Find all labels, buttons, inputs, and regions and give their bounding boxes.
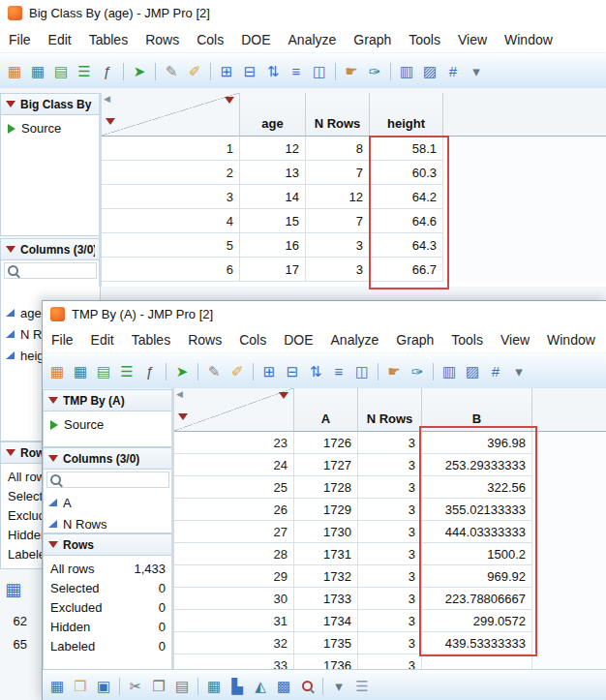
background-row-number[interactable]: 62 <box>4 614 27 628</box>
grabber-tool-icon[interactable]: ☛ <box>383 361 405 382</box>
update-table-icon[interactable]: ⊟ <box>282 361 303 382</box>
fg-menu-window[interactable]: Window <box>538 329 604 350</box>
row-number[interactable]: 4 <box>102 209 240 233</box>
cell-n-rows[interactable]: 3 <box>358 543 422 565</box>
bg-menu-graph[interactable]: Graph <box>345 29 400 50</box>
fg-menu-file[interactable]: File <box>43 329 82 350</box>
fg-menu-tools[interactable]: Tools <box>442 329 492 350</box>
cell-a[interactable]: 1729 <box>294 499 358 521</box>
cell-age[interactable]: 17 <box>240 258 306 282</box>
brush-icon[interactable]: ✐ <box>227 361 248 382</box>
fg-menu-graph[interactable]: Graph <box>387 329 442 350</box>
row-number[interactable]: 28 <box>174 543 294 565</box>
cell-n-rows[interactable]: 3 <box>358 499 422 521</box>
column-header-a[interactable]: A <box>294 388 358 432</box>
cut-icon[interactable]: ✂ <box>125 676 146 697</box>
cell-b[interactable]: 253.29333333 <box>422 454 532 476</box>
cell-n-rows[interactable]: 3 <box>358 632 422 654</box>
open-table-icon[interactable]: ▦ <box>27 61 48 82</box>
cell-height[interactable]: 60.3 <box>370 161 443 185</box>
bg-menu-edit[interactable]: Edit <box>40 29 80 50</box>
graph-builder-icon[interactable]: ▙ <box>227 676 248 697</box>
columns-menu-icon[interactable] <box>279 392 288 399</box>
cell-n-rows[interactable]: 3 <box>306 233 370 258</box>
cell-b[interactable]: 1500.2 <box>422 543 532 565</box>
cell-n-rows[interactable]: 3 <box>358 654 422 669</box>
cell-n-rows[interactable]: 3 <box>358 521 422 543</box>
run-script-icon[interactable]: ➤ <box>171 361 193 382</box>
fg-source-script[interactable]: Source <box>44 411 172 438</box>
cell-b[interactable]: 444.03333333 <box>422 521 532 543</box>
cell-a[interactable]: 1732 <box>294 565 358 588</box>
join-tables-icon[interactable]: ⊞ <box>258 361 280 382</box>
column-header-n-rows[interactable]: N Rows <box>358 388 422 432</box>
summary-icon[interactable]: ☰ <box>74 61 95 82</box>
bg-titlebar[interactable]: Big Class By (age) - JMP Pro [2] <box>0 0 606 26</box>
hash-grid-icon[interactable]: # <box>442 61 464 82</box>
join-tables-icon[interactable]: ⊞ <box>216 61 237 82</box>
red-triangle-icon[interactable] <box>6 449 15 456</box>
cell-height[interactable]: 64.2 <box>370 185 443 209</box>
split-columns-icon[interactable]: ◫ <box>309 61 330 82</box>
new-journal-icon[interactable]: ▦ <box>46 676 68 697</box>
cell-height[interactable]: 66.7 <box>370 258 443 282</box>
save-file-icon[interactable]: ▣ <box>93 676 114 697</box>
cell-age[interactable]: 14 <box>240 185 306 209</box>
cell-a[interactable]: 1731 <box>294 543 358 565</box>
fg-column-item-n-rows[interactable]: N Rows <box>44 513 172 533</box>
bg-menu-file[interactable]: File <box>0 29 40 50</box>
red-triangle-icon[interactable] <box>48 397 58 404</box>
cell-a[interactable]: 1736 <box>294 654 358 669</box>
annotate-icon[interactable]: ✎ <box>161 61 182 82</box>
bg-source-script[interactable]: Source <box>1 115 100 141</box>
cell-age[interactable]: 15 <box>240 209 306 233</box>
row-number[interactable]: 24 <box>174 454 294 476</box>
cell-a[interactable]: 1726 <box>294 432 358 454</box>
cell-n-rows[interactable]: 12 <box>306 185 370 209</box>
row-number[interactable]: 2 <box>102 161 240 185</box>
bg-menu-analyze[interactable]: Analyze <box>280 29 346 50</box>
column-pattern-icon[interactable]: ▨ <box>462 361 483 382</box>
cell-age[interactable]: 16 <box>240 233 306 258</box>
row-number[interactable]: 30 <box>174 588 294 610</box>
annotate-icon[interactable]: ✎ <box>203 361 225 382</box>
bg-menu-cols[interactable]: Cols <box>188 29 232 50</box>
rows-menu-icon[interactable] <box>106 118 115 125</box>
open-table-icon[interactable]: ▦ <box>70 361 91 382</box>
new-data-table-icon[interactable]: ▦ <box>4 61 25 82</box>
save-table-icon[interactable]: ▤ <box>50 61 72 82</box>
new-data-table-icon[interactable]: ▦ <box>46 361 68 382</box>
bg-columns-search[interactable] <box>4 262 97 279</box>
cell-n-rows[interactable]: 8 <box>306 137 370 161</box>
pin-tool-icon[interactable]: ✑ <box>407 361 428 382</box>
fg-titlebar[interactable]: TMP By (A) - JMP Pro [2] <box>43 301 606 327</box>
cell-a[interactable]: 1735 <box>294 632 358 654</box>
cell-a[interactable]: 1727 <box>294 454 358 476</box>
bg-menu-tables[interactable]: Tables <box>80 29 136 50</box>
cell-a[interactable]: 1730 <box>294 521 358 543</box>
column-header-age[interactable]: age <box>240 93 306 137</box>
bg-menu-window[interactable]: Window <box>496 29 561 50</box>
update-table-icon[interactable]: ⊟ <box>239 61 260 82</box>
cell-b[interactable]: 355.02133333 <box>422 499 532 521</box>
cell-n-rows[interactable]: 3 <box>358 432 422 454</box>
brush-icon[interactable]: ✐ <box>184 61 205 82</box>
cell-b[interactable]: 396.98 <box>422 432 532 454</box>
columns-menu-icon[interactable] <box>225 97 234 104</box>
cell-a[interactable]: 1728 <box>294 476 358 499</box>
column-header-height[interactable]: height <box>370 93 443 137</box>
fg-column-item-a[interactable]: A <box>44 492 172 513</box>
sort-table-icon[interactable]: ⇅ <box>305 361 326 382</box>
fg-columns-search[interactable] <box>46 472 169 488</box>
row-number[interactable]: 31 <box>174 610 294 632</box>
cell-n-rows[interactable]: 3 <box>358 588 422 610</box>
row-number[interactable]: 33 <box>174 654 294 669</box>
new-column-icon[interactable]: ▥ <box>439 361 460 382</box>
copy-icon[interactable]: ❐ <box>148 676 169 697</box>
bg-menu-view[interactable]: View <box>449 29 496 50</box>
fg-menu-edit[interactable]: Edit <box>82 329 123 350</box>
cell-height[interactable]: 58.1 <box>370 137 443 161</box>
toolbar-overflow-icon[interactable]: ▾ <box>328 676 349 697</box>
data-table-icon[interactable]: ▦ <box>203 676 225 697</box>
fg-stat-selected[interactable]: Selected0 <box>44 578 172 597</box>
